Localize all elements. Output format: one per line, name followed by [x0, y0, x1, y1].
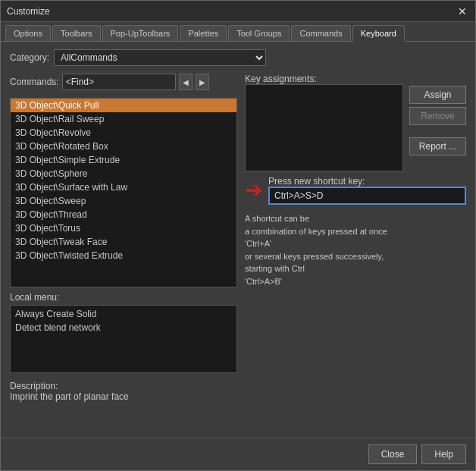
left-panel: Commands: ◀ ▶ 3D Object\Quick Pull 3D Ob…	[10, 74, 237, 430]
shortcut-input-col: Press new shortcut key:	[268, 176, 466, 205]
shortcut-row: ➔ Press new shortcut key:	[245, 176, 466, 205]
find-input[interactable]	[62, 74, 176, 90]
list-item[interactable]: 3D Object\Rail Sweep	[11, 112, 236, 126]
tab-bar: Options Toolbars Pop-UpToolbars Palettes…	[1, 22, 475, 42]
category-row: Category: AllCommands	[10, 49, 466, 66]
tab-options[interactable]: Options	[5, 25, 51, 41]
commands-label: Commands:	[10, 77, 59, 87]
main-panels: Commands: ◀ ▶ 3D Object\Quick Pull 3D Ob…	[10, 74, 466, 430]
dialog-title: Customize	[7, 6, 50, 17]
report-button[interactable]: Report ...	[409, 137, 466, 155]
key-assignments-box	[245, 84, 403, 171]
tab-palettes[interactable]: Palettes	[180, 25, 227, 41]
list-item[interactable]: 3D Object\Sweep	[11, 194, 236, 208]
close-button[interactable]: Close	[368, 444, 418, 464]
tab-tool-groups[interactable]: Tool Groups	[228, 25, 290, 41]
next-btn[interactable]: ▶	[196, 74, 209, 90]
help-button[interactable]: Help	[421, 444, 466, 464]
local-menu-list[interactable]: Always Create Solid Detect blend network	[10, 305, 237, 373]
remove-button[interactable]: Remove	[409, 107, 466, 125]
close-icon[interactable]: ✕	[456, 5, 469, 18]
list-item[interactable]: 3D Object\Quick Pull	[11, 99, 236, 112]
prev-btn[interactable]: ◀	[179, 74, 193, 90]
description-label: Description:	[10, 381, 58, 391]
bottom-bar: Close Help	[1, 438, 475, 470]
tab-toolbars[interactable]: Toolbars	[52, 25, 101, 41]
local-menu-item[interactable]: Detect blend network	[12, 321, 235, 334]
list-item[interactable]: 3D Object\Torus	[11, 221, 236, 235]
shortcut-input[interactable]	[268, 187, 466, 205]
tab-keyboard[interactable]: Keyboard	[352, 25, 405, 42]
assign-button[interactable]: Assign	[409, 86, 466, 104]
arrow-icon: ➔	[245, 180, 262, 201]
tab-popup-toolbars[interactable]: Pop-UpToolbars	[102, 25, 179, 41]
local-menu-label: Local menu:	[10, 292, 237, 303]
list-item[interactable]: 3D Object\Twisted Extrude	[11, 249, 236, 262]
local-menu-item[interactable]: Always Create Solid	[12, 307, 235, 321]
tab-commands[interactable]: Commands	[291, 25, 350, 41]
key-assignments-label: Key assignments:	[245, 74, 317, 84]
key-assignments-area: Key assignments: Assign Remove Report ..…	[245, 74, 466, 171]
commands-row: Commands: ◀ ▶	[10, 74, 237, 90]
commands-list[interactable]: 3D Object\Quick Pull 3D Object\Rail Swee…	[10, 98, 237, 287]
description-text: Imprint the part of planar face	[10, 391, 237, 402]
category-select[interactable]: AllCommands	[54, 49, 266, 66]
customize-dialog: Customize ✕ Options Toolbars Pop-UpToolb…	[0, 0, 476, 471]
title-bar: Customize ✕	[1, 1, 475, 22]
keyboard-content: Category: AllCommands Commands: ◀ ▶ 3D O…	[1, 42, 475, 438]
local-menu-section: Local menu: Always Create Solid Detect b…	[10, 292, 237, 373]
list-item[interactable]: 3D Object\Thread	[11, 208, 236, 221]
key-assignments-col: Key assignments:	[245, 74, 403, 171]
list-item[interactable]: 3D Object\Revolve	[11, 126, 236, 140]
right-action-buttons: Assign Remove Report ...	[409, 74, 466, 155]
list-item[interactable]: 3D Object\Tweak Face	[11, 235, 236, 249]
list-item[interactable]: 3D Object\Rotated Box	[11, 140, 236, 153]
list-item[interactable]: 3D Object\Surface with Law	[11, 181, 236, 194]
list-item[interactable]: 3D Object\Sphere	[11, 167, 236, 181]
shortcut-label: Press new shortcut key:	[268, 176, 365, 187]
list-item[interactable]: 3D Object\Simple Extrude	[11, 153, 236, 167]
description-section: Description: Imprint the part of planar …	[10, 381, 237, 402]
category-label: Category:	[10, 52, 49, 63]
hint-text: A shortcut can be a combination of keys …	[245, 212, 466, 287]
